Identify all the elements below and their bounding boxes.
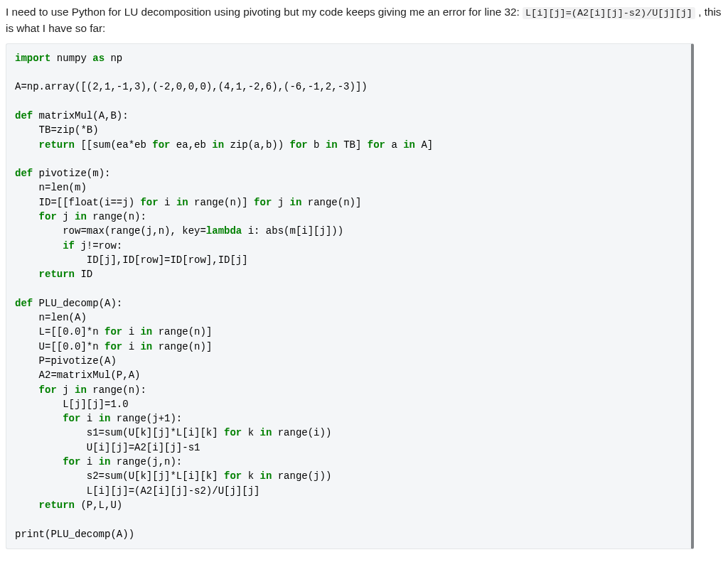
kw-def: def — [15, 168, 33, 179]
kw-for: for — [15, 456, 80, 468]
code-text: j — [272, 197, 289, 208]
kw-for: for — [290, 139, 308, 151]
kw-for: for — [254, 197, 272, 208]
code-text: i — [122, 341, 140, 352]
code-text: A2=matrixMul(P,A) — [15, 369, 140, 381]
code-text: range(j,n): — [110, 456, 182, 468]
code-text: ID=[[float(i==j) — [15, 197, 140, 208]
code-text: L[j][j]=1.0 — [15, 399, 129, 410]
code-text: j!=row: — [75, 240, 122, 252]
kw-for: for — [105, 326, 122, 337]
kw-for: for — [224, 427, 242, 438]
code-text: i — [80, 413, 98, 424]
code-text: b — [308, 139, 326, 151]
code-text: range(i)) — [272, 427, 331, 438]
kw-in: in — [176, 197, 188, 208]
kw-in: in — [140, 326, 152, 337]
code-block-container: import numpy as np A=np.array([(2,1,-1,3… — [6, 43, 694, 549]
code-text: a — [385, 139, 403, 151]
kw-in: in — [326, 139, 338, 151]
code-text: ID[j],ID[row]=ID[row],ID[j] — [15, 254, 248, 266]
kw-lambda: lambda — [206, 225, 242, 237]
code-text: s1=sum(U[k][j]*L[i][k] — [15, 427, 224, 438]
kw-for: for — [15, 384, 57, 396]
code-text: n=len(m) — [15, 182, 87, 193]
kw-in: in — [403, 139, 415, 151]
kw-return: return — [15, 269, 75, 280]
code-text: L=[[0.0]*n — [15, 326, 105, 337]
code-text: range(n)] — [152, 341, 212, 352]
kw-in: in — [212, 139, 224, 151]
code-text: PLU_decomp(A): — [33, 298, 122, 309]
kw-as: as — [92, 53, 105, 64]
code-text: [[sum(ea*eb — [75, 139, 152, 151]
code-text: ea,eb — [170, 139, 212, 151]
kw-in: in — [75, 211, 87, 222]
code-text: pivotize(m): — [33, 168, 110, 179]
code-text: TB=zip(*B) — [15, 124, 99, 136]
code-text: L[i][j]=(A2[i][j]-s2)/U[j][j] — [15, 485, 259, 497]
kw-def: def — [15, 110, 33, 121]
kw-for: for — [15, 211, 57, 222]
kw-in: in — [260, 470, 272, 482]
code-text: range(j+1): — [110, 413, 182, 424]
kw-for: for — [368, 139, 385, 151]
code-text: i — [80, 456, 98, 468]
kw-return: return — [15, 139, 75, 151]
kw-in: in — [260, 427, 272, 438]
code-text: range(n)] — [152, 326, 212, 337]
code-text: range(n)] — [188, 197, 254, 208]
code-text: n=len(A) — [15, 312, 87, 323]
code-text: matrixMul(A,B): — [33, 110, 128, 121]
code-text: i: abs(m[i][j])) — [242, 225, 343, 237]
code-text: i — [122, 326, 140, 337]
kw-in: in — [140, 341, 152, 352]
kw-for: for — [152, 139, 170, 151]
inline-code: L[i][j]=(A2[i][j]-s2)/U[j][j] — [523, 7, 695, 19]
code-text: range(j)) — [272, 470, 331, 482]
question-prefix: I need to use Python for LU decompositio… — [6, 6, 523, 18]
kw-in: in — [290, 197, 302, 208]
code-text: U=[[0.0]*n — [15, 341, 105, 352]
code-text: range(n)] — [301, 197, 361, 208]
code-text: k — [242, 427, 259, 438]
kw-for: for — [140, 197, 158, 208]
code-text: range(n): — [87, 211, 146, 222]
kw-in: in — [99, 456, 111, 468]
kw-in: in — [75, 384, 87, 396]
kw-for: for — [15, 413, 80, 424]
question-text: I need to use Python for LU decompositio… — [6, 4, 722, 36]
code-text: P=pivotize(A) — [15, 355, 117, 367]
code-text: j — [57, 384, 75, 396]
code-text: A] — [415, 139, 433, 151]
code-block: import numpy as np A=np.array([(2,1,-1,3… — [15, 51, 682, 541]
code-text: np — [105, 53, 122, 64]
code-text: A=np.array([(2,1,-1,3),(-2,0,0,0),(4,1,-… — [15, 81, 368, 92]
code-text: j — [57, 211, 75, 222]
code-text: U[i][j]=A2[i][j]-s1 — [15, 442, 200, 453]
code-text: numpy — [50, 53, 92, 64]
kw-for: for — [224, 470, 242, 482]
code-text: k — [242, 470, 259, 482]
code-text: (P,L,U) — [75, 499, 122, 511]
kw-for: for — [105, 341, 122, 352]
code-text: TB] — [338, 139, 368, 151]
code-text: print(PLU_decomp(A)) — [15, 529, 134, 540]
code-text: row=max(range(j,n), key= — [15, 225, 206, 237]
kw-if: if — [15, 240, 75, 252]
code-text: i — [159, 197, 176, 208]
code-text: ID — [75, 269, 92, 280]
code-text: s2=sum(U[k][j]*L[i][k] — [15, 470, 224, 482]
code-text: range(n): — [87, 384, 146, 396]
kw-def: def — [15, 298, 33, 309]
kw-in: in — [99, 413, 111, 424]
code-text: zip(a,b)) — [224, 139, 289, 151]
kw-import: import — [15, 53, 50, 64]
kw-return: return — [15, 499, 75, 511]
